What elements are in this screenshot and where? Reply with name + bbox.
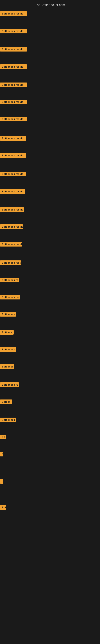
bottleneck-result-badge[interactable]: Bottleneck result [0,172,26,176]
list-item: B [0,452,3,457]
bottleneck-result-badge[interactable]: Bottleneck re [0,278,19,282]
bottleneck-result-badge[interactable]: Bottleneck result [0,11,27,16]
list-item: Bottleneck re [0,278,19,283]
bottleneck-result-badge[interactable]: Bottleneck result [0,29,27,34]
list-item: Bot [0,505,6,510]
bottleneck-result-badge[interactable]: Bottleneck resu [0,295,20,300]
bottleneck-result-badge[interactable]: Bottleneck result [0,207,24,212]
list-item: Bottleneck result [0,64,27,70]
bottleneck-result-badge[interactable]: | [0,479,3,484]
list-item: Bottleneck result [0,189,25,194]
list-item: Bottleneck [0,418,16,423]
bottleneck-result-badge[interactable]: Bottleneck [0,347,16,352]
bottleneck-result-badge[interactable]: Bottleneck result [0,100,27,104]
list-item: Bottleneck result [0,29,27,34]
list-item: Bottleneck result [0,117,27,122]
list-item: Bottleneck [0,347,16,352]
bottleneck-result-badge[interactable]: Bottleneck result [0,117,27,121]
list-item: Bottleneck result [0,11,27,17]
site-title: TheBottlenecker.com [0,2,100,8]
list-item: Bottlen [0,400,12,405]
list-item: Bottleneck resu [0,295,20,300]
list-item: | [0,479,3,484]
bottleneck-result-badge[interactable]: Bottlenec [0,364,14,369]
bottleneck-result-badge[interactable]: Bottleneck result [0,224,23,229]
list-item: Bottleneck result [0,153,26,158]
bottleneck-result-badge[interactable]: Bottleneck result [0,189,25,194]
list-item: Bottleneck re [0,382,19,388]
list-item: Bottleneck result [0,207,24,213]
bottleneck-result-badge[interactable]: Bottlen [0,400,12,404]
bottleneck-result-badge[interactable]: Bottleneck result [0,242,22,246]
bottleneck-result-badge[interactable]: Bottlene [0,330,14,335]
bottleneck-result-badge[interactable]: Bottleneck re [0,382,19,387]
bottleneck-result-badge[interactable]: Bot [0,505,6,510]
bottleneck-result-badge[interactable]: Bottleneck result [0,47,27,52]
bottleneck-result-badge[interactable]: Bo [0,435,6,439]
bottleneck-result-badge[interactable]: Bottleneck result [0,260,21,265]
list-item: Bottleneck result [0,100,27,105]
list-item: Bottleneck result [0,82,27,88]
bottleneck-result-badge[interactable]: Bottleneck [0,312,16,316]
list-item: Bottleneck result [0,242,22,247]
list-item: Bo [0,435,6,440]
list-item: Bottleneck [0,312,16,317]
list-item: Bottlene [0,330,14,336]
bottleneck-result-badge[interactable]: Bottleneck result [0,82,27,87]
list-item: Bottleneck result [0,224,23,230]
bottleneck-result-badge[interactable]: Bottleneck [0,418,16,422]
list-item: Bottleneck result [0,172,26,177]
bottleneck-result-badge[interactable]: B [0,452,3,456]
bottleneck-result-badge[interactable]: Bottleneck result [0,136,26,141]
list-item: Bottleneck result [0,136,26,142]
bottleneck-result-badge[interactable]: Bottleneck result [0,153,26,158]
bottleneck-result-badge[interactable]: Bottleneck result [0,64,27,69]
list-item: Bottleneck result [0,260,21,266]
list-item: Bottlenec [0,364,14,370]
list-item: Bottleneck result [0,47,27,52]
